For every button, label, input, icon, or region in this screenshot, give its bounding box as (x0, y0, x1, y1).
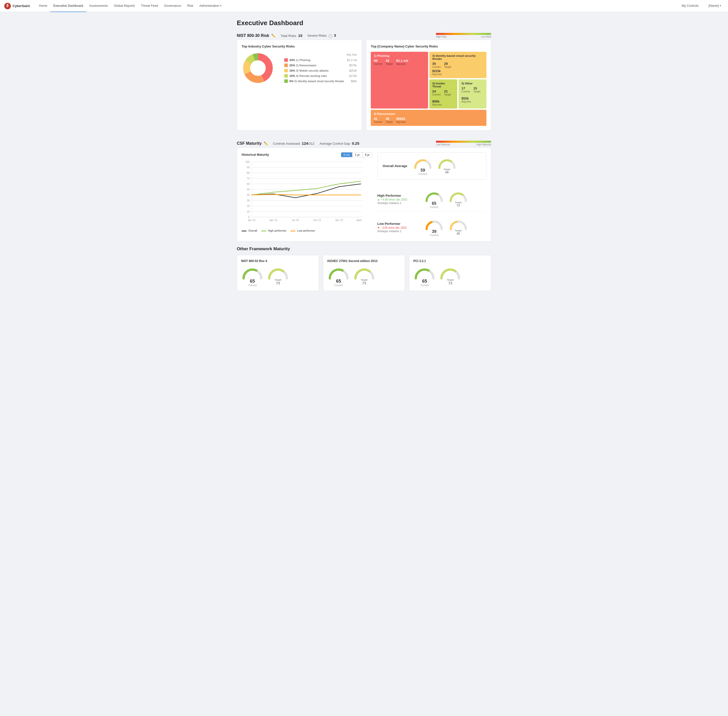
high-performer-current-value: 65 (432, 201, 436, 206)
top-company-card: Top [Company Name] Cyber Security Risks … (366, 40, 491, 130)
nav-item-risk[interactable]: Risk (184, 0, 196, 12)
maturity-inner: Historical Maturity 6 mo 1 yr 5 yr .axis… (242, 152, 486, 237)
other-frameworks-title: Other Framework Maturity (237, 246, 491, 252)
svg-point-6 (251, 61, 265, 75)
svg-text:90: 90 (247, 166, 250, 169)
nav-item-threat-feed[interactable]: Threat Feed (138, 0, 161, 12)
fw-iso-current-gauge: 65 Current (327, 266, 350, 287)
low-performer-current-value: 39 (432, 229, 436, 234)
legend-value-3: $175k (345, 74, 357, 77)
nav-right: My Controls [Name] ▾ (679, 0, 724, 12)
nist-meta: Total Risks 15 Severe Risks i 3 (281, 33, 336, 38)
high-performer-label: High Performer (377, 194, 420, 197)
avg-gap-label: Average Control Gap 0.25 (319, 141, 359, 146)
legend-color-1 (284, 64, 288, 67)
nav-item-governance[interactable]: Governance (161, 0, 184, 12)
historical-section: Historical Maturity 6 mo 1 yr 5 yr .axis… (242, 152, 372, 237)
time-btn-5yr[interactable]: 5 yr (362, 153, 372, 157)
fw-pci-target-value: Target 73 (447, 279, 454, 285)
fw-pci-current-gauge: 65 Current (413, 266, 436, 287)
csf-edit-icon[interactable]: ✏️ (264, 141, 268, 146)
nav-item-my-controls[interactable]: My Controls (679, 0, 702, 12)
treemap: 1) Phishing 50 Current 42 Target $1.1 mi… (371, 52, 486, 109)
user-menu-caret-icon: ▾ (720, 4, 721, 7)
legend-item-1: 25% 2) Ransomware $575k (284, 64, 357, 67)
legend-label-2: 16% 3) Mobile security attacks (289, 69, 344, 72)
severe-risks-info-icon[interactable]: i (328, 34, 332, 38)
overall-current-label: Current (418, 173, 427, 175)
csf-header-row: CSF Maturity ✏️ Controls Assessed 124/31… (237, 141, 491, 146)
nav-item-user-menu[interactable]: [Name] ▾ (706, 0, 724, 12)
low-performer-label-col: Low Performer ▼ - 3.00 since Jan, 2022 S… (377, 222, 420, 233)
top-company-title: Top [Company Name] Cyber Security Risks (371, 44, 486, 48)
legend-label-1: 25% 2) Ransomware (289, 64, 344, 67)
low-performer-target-gauge: Target 45 (448, 218, 468, 237)
nav-item-administration[interactable]: Administration ▾ (196, 0, 225, 12)
nav-item-global-reports[interactable]: Global Reports (111, 0, 138, 12)
legend-color-4 (284, 79, 288, 83)
hist-title: Historical Maturity (242, 153, 269, 156)
low-performer-current-label: Current (430, 234, 438, 237)
other-frameworks-section: Other Framework Maturity NIST 800-53 Rev… (237, 246, 491, 291)
treemap-cell-ransomware: 2) Ransomware 41 Current 36 Target $562k (371, 110, 486, 126)
low-performer-row: Low Performer ▼ - 3.00 since Jan, 2022 S… (377, 215, 486, 237)
svg-text:Jan '21: Jan '21 (248, 219, 256, 221)
svg-text:20: 20 (247, 205, 250, 208)
svg-text:Apr '21: Apr '21 (269, 219, 278, 221)
legend-label-0: 43% 1) Phishing (289, 59, 344, 62)
severe-risks-label: Severe Risks i 3 (307, 33, 336, 38)
legend-color-0 (284, 58, 288, 62)
svg-text:Jul '21: Jul '21 (292, 219, 299, 221)
logo[interactable]: CyberSaint (4, 3, 30, 9)
hist-header: Historical Maturity 6 mo 1 yr 5 yr (242, 152, 372, 157)
legend-overall: Overall (242, 229, 257, 232)
fw-pci-title: PCI 3.2.1 (413, 259, 487, 263)
low-performer-gauges: 39 Current Target 45 (424, 218, 468, 237)
svg-text:70: 70 (247, 177, 250, 180)
fw-iso-gauges: 65 Current Target 73 (327, 266, 401, 287)
svg-text:30: 30 (247, 199, 250, 202)
time-buttons: 6 mo 1 yr 5 yr (341, 152, 372, 157)
nav-item-home[interactable]: Home (36, 0, 50, 12)
legend-item-4: 6% 5) Identity-based cloud security thre… (284, 79, 357, 83)
nav-item-assessments[interactable]: Assessments (86, 0, 111, 12)
time-btn-6mo[interactable]: 6 mo (341, 153, 353, 157)
fw-nist-current-value: 65 (250, 279, 255, 284)
controls-assessed-label: Controls Assessed 124/312 (273, 141, 315, 146)
high-performer-current-gauge: 65 Current (424, 190, 444, 208)
page-content: Executive Dashboard NIST 800-30 Risk ✏️ … (231, 12, 497, 298)
overall-avg-gauge-pair: 59 Current Target (413, 156, 457, 175)
nav-item-executive-dashboard[interactable]: Executive Dashboard (50, 0, 86, 12)
low-performer-sub: Strategic Initiative 2 (377, 230, 420, 233)
legend-line-high (261, 231, 266, 231)
total-risks-value: 15 (298, 33, 302, 38)
legend-color-2 (284, 69, 288, 72)
nist-edit-icon[interactable]: ✏️ (271, 34, 275, 38)
legend-item-3: 10% 4) Remote working risks $175k (284, 74, 357, 77)
treemap-cell-insider: 4) Insider Threat 24 Current 21 Target (429, 79, 457, 109)
legend-value-4: $85k (345, 80, 357, 83)
high-performer-badge: ▲ + 6.00 since Jan, 2022 (377, 198, 420, 201)
legend-value-0: $1.2 mil (345, 59, 357, 62)
high-performer-gauges: 65 Current Target 73 (424, 190, 468, 208)
svg-text:80: 80 (247, 171, 250, 174)
fw-pci-gauges: 65 Current Target 73 (413, 266, 487, 287)
donut-chart (242, 52, 274, 84)
svg-text:April '22: April '22 (356, 219, 362, 221)
csf-maturity-bar: Low Maturity High Maturity (436, 141, 491, 146)
treemap-ransomware-row: 2) Ransomware 41 Current 36 Target $562k (371, 110, 486, 126)
overall-avg-label: Overall Average (383, 164, 408, 168)
gauge-section: Overall Average 59 Current (377, 152, 486, 237)
avg-gap-value: 0.25 (352, 141, 359, 146)
low-performer-current-gauge: 39 Current (424, 218, 444, 237)
controls-assessed-value: 124 (302, 141, 308, 146)
treemap-cell-phishing: 1) Phishing 50 Current 42 Target $1.1 mi… (371, 52, 428, 109)
legend-value-2: $253k (345, 69, 357, 72)
overall-current-value: 59 (421, 168, 425, 173)
csf-title: CSF Maturity (237, 141, 262, 146)
svg-text:Jan '22: Jan '22 (335, 219, 343, 221)
high-performer-current-label: Current (430, 206, 438, 208)
time-btn-1yr[interactable]: 1 yr (353, 153, 362, 157)
high-performer-row: High Performer ▲ + 6.00 since Jan, 2022 … (377, 187, 486, 211)
donut-wrap: Avg. loss 43% 1) Phishing $1.2 mil 25% 2… (242, 52, 357, 84)
